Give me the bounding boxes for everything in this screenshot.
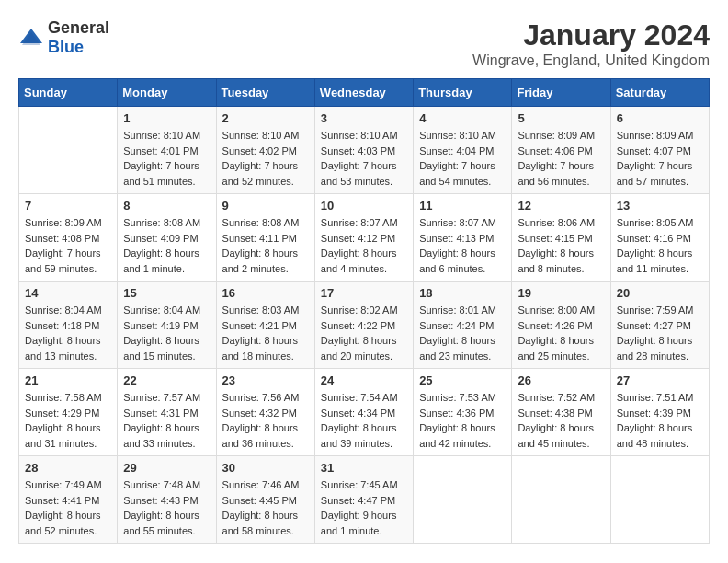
day-number: 19 [518,286,604,300]
week-row-5: 28Sunrise: 7:49 AMSunset: 4:41 PMDayligh… [19,456,710,544]
day-number: 10 [321,199,407,213]
calendar-cell [19,107,118,194]
calendar-cell: 16Sunrise: 8:03 AMSunset: 4:21 PMDayligh… [216,282,314,369]
weekday-header-monday: Monday [118,79,216,107]
day-info: Sunrise: 7:49 AMSunset: 4:41 PMDaylight:… [25,477,111,538]
day-number: 31 [321,461,407,475]
location-title: Wingrave, England, United Kingdom [472,52,710,69]
calendar-cell: 11Sunrise: 8:07 AMSunset: 4:13 PMDayligh… [414,194,512,282]
calendar-cell [414,456,512,544]
weekday-header-friday: Friday [512,79,610,107]
day-info: Sunrise: 8:00 AMSunset: 4:26 PMDaylight:… [518,303,604,363]
day-number: 26 [518,373,604,387]
calendar-cell: 12Sunrise: 8:06 AMSunset: 4:15 PMDayligh… [512,194,610,282]
day-info: Sunrise: 7:56 AMSunset: 4:32 PMDaylight:… [222,390,309,451]
calendar-cell [610,456,709,544]
weekday-header-saturday: Saturday [610,79,709,107]
day-number: 1 [123,111,210,125]
day-number: 18 [419,286,506,300]
calendar-cell: 8Sunrise: 8:08 AMSunset: 4:09 PMDaylight… [118,194,216,282]
logo-icon [18,25,44,51]
day-info: Sunrise: 8:04 AMSunset: 4:19 PMDaylight:… [123,303,210,363]
page-header: General Blue January 2024 Wingrave, Engl… [18,18,710,69]
day-info: Sunrise: 7:46 AMSunset: 4:45 PMDaylight:… [222,477,309,538]
day-number: 11 [419,199,506,213]
calendar-cell: 2Sunrise: 8:10 AMSunset: 4:02 PMDaylight… [216,107,314,194]
day-number: 5 [518,111,604,125]
week-row-4: 21Sunrise: 7:58 AMSunset: 4:29 PMDayligh… [19,369,710,456]
day-info: Sunrise: 7:58 AMSunset: 4:29 PMDaylight:… [25,390,111,451]
calendar-cell [512,456,610,544]
calendar-cell: 24Sunrise: 7:54 AMSunset: 4:34 PMDayligh… [314,369,413,456]
day-number: 21 [25,373,111,387]
calendar-cell: 3Sunrise: 8:10 AMSunset: 4:03 PMDaylight… [314,107,413,194]
calendar-cell: 23Sunrise: 7:56 AMSunset: 4:32 PMDayligh… [216,369,314,456]
calendar-cell: 14Sunrise: 8:04 AMSunset: 4:18 PMDayligh… [19,282,118,369]
calendar-cell: 25Sunrise: 7:53 AMSunset: 4:36 PMDayligh… [414,369,512,456]
day-info: Sunrise: 7:53 AMSunset: 4:36 PMDaylight:… [419,390,506,451]
day-number: 22 [123,373,210,387]
calendar-table: SundayMondayTuesdayWednesdayThursdayFrid… [18,78,710,544]
day-number: 13 [617,199,703,213]
calendar-cell: 13Sunrise: 8:05 AMSunset: 4:16 PMDayligh… [610,194,709,282]
day-info: Sunrise: 7:48 AMSunset: 4:43 PMDaylight:… [123,477,210,538]
day-number: 30 [222,461,309,475]
day-info: Sunrise: 7:51 AMSunset: 4:39 PMDaylight:… [617,390,703,451]
weekday-header-tuesday: Tuesday [216,79,314,107]
calendar-cell: 7Sunrise: 8:09 AMSunset: 4:08 PMDaylight… [19,194,118,282]
calendar-cell: 31Sunrise: 7:45 AMSunset: 4:47 PMDayligh… [314,456,413,544]
calendar-cell: 6Sunrise: 8:09 AMSunset: 4:07 PMDaylight… [610,107,709,194]
calendar-cell: 27Sunrise: 7:51 AMSunset: 4:39 PMDayligh… [610,369,709,456]
day-info: Sunrise: 8:09 AMSunset: 4:07 PMDaylight:… [617,128,703,189]
calendar-cell: 19Sunrise: 8:00 AMSunset: 4:26 PMDayligh… [512,282,610,369]
calendar-cell: 20Sunrise: 7:59 AMSunset: 4:27 PMDayligh… [610,282,709,369]
calendar-cell: 1Sunrise: 8:10 AMSunset: 4:01 PMDaylight… [118,107,216,194]
calendar-cell: 28Sunrise: 7:49 AMSunset: 4:41 PMDayligh… [19,456,118,544]
calendar-cell: 18Sunrise: 8:01 AMSunset: 4:24 PMDayligh… [414,282,512,369]
day-info: Sunrise: 7:57 AMSunset: 4:31 PMDaylight:… [123,390,210,451]
day-number: 12 [518,199,604,213]
day-info: Sunrise: 8:10 AMSunset: 4:04 PMDaylight:… [419,128,506,189]
day-info: Sunrise: 7:45 AMSunset: 4:47 PMDaylight:… [321,477,407,538]
day-info: Sunrise: 8:03 AMSunset: 4:21 PMDaylight:… [222,303,309,363]
day-number: 27 [617,373,703,387]
day-number: 24 [321,373,407,387]
calendar-cell: 15Sunrise: 8:04 AMSunset: 4:19 PMDayligh… [118,282,216,369]
day-info: Sunrise: 8:04 AMSunset: 4:18 PMDaylight:… [25,303,111,363]
day-number: 4 [419,111,506,125]
day-number: 9 [222,199,309,213]
calendar-cell: 4Sunrise: 8:10 AMSunset: 4:04 PMDaylight… [414,107,512,194]
day-info: Sunrise: 8:07 AMSunset: 4:12 PMDaylight:… [321,215,407,276]
day-number: 15 [123,286,210,300]
week-row-2: 7Sunrise: 8:09 AMSunset: 4:08 PMDaylight… [19,194,710,282]
weekday-header-row: SundayMondayTuesdayWednesdayThursdayFrid… [19,79,710,107]
day-number: 23 [222,373,309,387]
calendar-cell: 26Sunrise: 7:52 AMSunset: 4:38 PMDayligh… [512,369,610,456]
month-title: January 2024 [472,18,710,52]
day-info: Sunrise: 8:10 AMSunset: 4:03 PMDaylight:… [321,128,407,189]
day-info: Sunrise: 8:09 AMSunset: 4:08 PMDaylight:… [25,215,111,276]
day-info: Sunrise: 8:02 AMSunset: 4:22 PMDaylight:… [321,303,407,363]
day-info: Sunrise: 8:07 AMSunset: 4:13 PMDaylight:… [419,215,506,276]
day-number: 3 [321,111,407,125]
day-info: Sunrise: 8:06 AMSunset: 4:15 PMDaylight:… [518,215,604,276]
calendar-cell: 10Sunrise: 8:07 AMSunset: 4:12 PMDayligh… [314,194,413,282]
calendar-cell: 5Sunrise: 8:09 AMSunset: 4:06 PMDaylight… [512,107,610,194]
day-info: Sunrise: 8:09 AMSunset: 4:06 PMDaylight:… [518,128,604,189]
weekday-header-thursday: Thursday [414,79,512,107]
logo-text-general: General [48,18,109,37]
day-number: 29 [123,461,210,475]
logo-text-blue: Blue [48,38,84,56]
day-number: 16 [222,286,309,300]
title-area: January 2024 Wingrave, England, United K… [472,18,710,69]
day-number: 25 [419,373,506,387]
day-info: Sunrise: 7:52 AMSunset: 4:38 PMDaylight:… [518,390,604,451]
calendar-cell: 21Sunrise: 7:58 AMSunset: 4:29 PMDayligh… [19,369,118,456]
day-number: 14 [25,286,111,300]
day-number: 17 [321,286,407,300]
day-info: Sunrise: 8:10 AMSunset: 4:02 PMDaylight:… [222,128,309,189]
calendar-cell: 22Sunrise: 7:57 AMSunset: 4:31 PMDayligh… [118,369,216,456]
day-number: 7 [25,199,111,213]
day-info: Sunrise: 8:10 AMSunset: 4:01 PMDaylight:… [123,128,210,189]
logo: General Blue [18,18,109,57]
